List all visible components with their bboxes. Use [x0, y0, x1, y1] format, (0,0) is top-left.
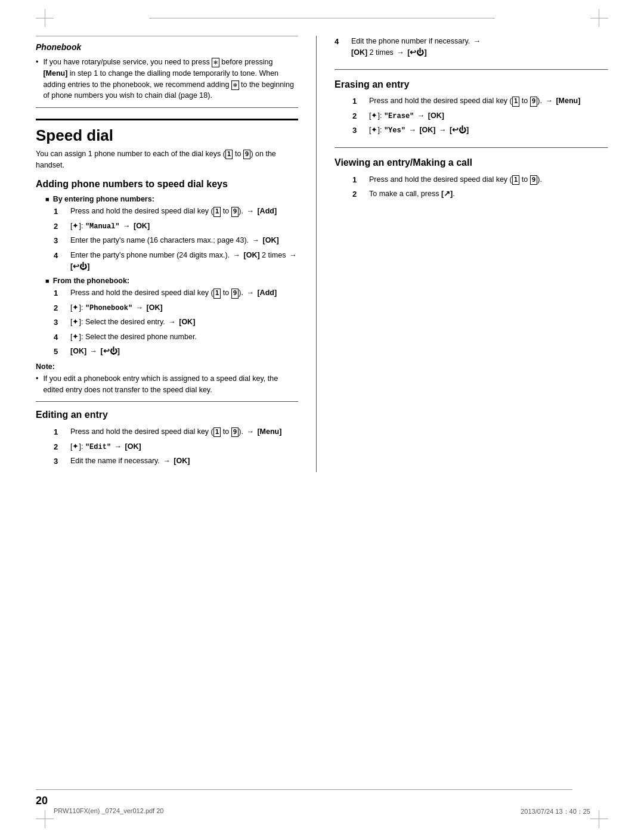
star-key-2: ✻ [231, 80, 239, 90]
star-key: ✻ [212, 58, 219, 67]
step-enter-3: 3 Enter the party's name (16 characters … [36, 235, 298, 247]
key-9b: 9 [231, 289, 239, 298]
step-enter-2: 2 [✦]: "Manual" → [OK] [36, 221, 298, 232]
key-1b: 1 [213, 289, 221, 298]
phonebook-title: Phonebook [36, 42, 298, 52]
erasing-section: Erasing an entry 1 Press and hold the de… [335, 79, 608, 137]
key-1: 1 [225, 150, 233, 159]
footer-divider [36, 789, 572, 790]
corner-line-bl [45, 810, 45, 828]
page-footer: 20 [36, 789, 608, 807]
erasing-heading: Erasing an entry [335, 79, 608, 91]
key-9e: 9 [530, 175, 538, 185]
key-9: 9 [243, 150, 251, 159]
edit-step-3: 3 Edit the name if necessary. → [OK] [36, 455, 298, 467]
from-phonebook-label: From the phonebook: [45, 277, 298, 285]
speed-dial-intro: You can assign 1 phone number to each of… [36, 148, 298, 171]
right-divider-2 [335, 147, 608, 148]
top-center-line [149, 18, 495, 18]
phonebook-bullet-1: If you have rotary/pulse service, you ne… [36, 57, 298, 101]
by-entering-label: By entering phone numbers: [45, 195, 298, 203]
editing-steps: 1 Press and hold the desired speed dial … [36, 426, 298, 467]
key-9d: 9 [530, 97, 538, 106]
right-column: 4 Edit the phone number if necessary. →[… [316, 36, 608, 472]
step-pb-1: 1 Press and hold the desired speed dial … [36, 287, 298, 299]
from-phonebook-steps: 1 Press and hold the desired speed dial … [36, 287, 298, 358]
corner-mark-tr [590, 18, 608, 18]
right-step4-cont: 4 Edit the phone number if necessary. →[… [335, 36, 608, 58]
view-step-1: 1 Press and hold the desired speed dial … [335, 174, 608, 186]
corner-line-br [599, 810, 599, 828]
section-divider-2 [36, 401, 298, 402]
footer-right: 2013/07/24 13：40：25 [521, 807, 590, 816]
footer-row: 20 [36, 795, 572, 807]
by-entering-steps: 1 Press and hold the desired speed dial … [36, 206, 298, 272]
footer-info-bar: PRW110FX(en) _0724_ver012.pdf 20 2013/07… [54, 807, 590, 816]
erase-step-3: 3 [✦]: "Yes" → [OK] → [↩⏻] [335, 125, 608, 137]
phonebook-top-divider [36, 36, 298, 36]
erase-step-2: 2 [✦]: "Erase" → [OK] [335, 110, 608, 122]
key-9a: 9 [231, 207, 239, 216]
corner-line-tl [45, 9, 45, 27]
editing-heading: Editing an entry [36, 409, 298, 421]
key-9c: 9 [231, 427, 239, 437]
erase-step-1: 1 Press and hold the desired speed dial … [335, 95, 608, 107]
main-content: Phonebook If you have rotary/pulse servi… [36, 36, 608, 472]
phonebook-section: Phonebook If you have rotary/pulse servi… [36, 36, 298, 101]
section-divider-1 [36, 107, 298, 108]
step-enter-1: 1 Press and hold the desired speed dial … [36, 206, 298, 218]
left-column: Phonebook If you have rotary/pulse servi… [36, 36, 316, 472]
step-pb-4: 4 [✦]: Select the desired phone number. [36, 331, 298, 343]
phonebook-bullets: If you have rotary/pulse service, you ne… [36, 57, 298, 101]
step-pb-2: 2 [✦]: "Phonebook" → [OK] [36, 302, 298, 314]
note-bullets: If you edit a phonebook entry which is a… [36, 373, 298, 396]
right-step4: 4 Edit the phone number if necessary. →[… [335, 36, 608, 58]
step-enter-4: 4 Enter the party's phone number (24 dig… [36, 250, 298, 272]
key-1c: 1 [213, 427, 221, 437]
viewing-section: Viewing an entry/Making a call 1 Press a… [335, 157, 608, 200]
page: Phonebook If you have rotary/pulse servi… [0, 0, 644, 837]
corner-mark-br [590, 819, 608, 819]
menu-label: [Menu] [43, 69, 67, 78]
corner-line-tr [599, 9, 599, 27]
erasing-steps: 1 Press and hold the desired speed dial … [335, 95, 608, 137]
footer-left: PRW110FX(en) _0724_ver012.pdf 20 [54, 807, 163, 816]
page-number: 20 [36, 795, 48, 807]
key-1a: 1 [213, 207, 221, 216]
viewing-heading: Viewing an entry/Making a call [335, 157, 608, 169]
key-1e: 1 [512, 175, 520, 185]
key-1d: 1 [512, 97, 520, 106]
note-item-1: If you edit a phonebook entry which is a… [36, 373, 298, 396]
step-pb-3: 3 [✦]: Select the desired entry. → [OK] [36, 317, 298, 328]
speed-dial-heading: Speed dial [36, 119, 298, 145]
edit-step-1: 1 Press and hold the desired speed dial … [36, 426, 298, 438]
view-step-2: 2 To make a call, press [↗]. [335, 188, 608, 200]
step-pb-5: 5 [OK] → [↩⏻] [36, 346, 298, 358]
edit-step-2: 2 [✦]: "Edit" → [OK] [36, 441, 298, 453]
note-label: Note: [36, 362, 298, 371]
adding-heading: Adding phone numbers to speed dial keys [36, 178, 298, 191]
viewing-steps: 1 Press and hold the desired speed dial … [335, 174, 608, 200]
right-divider-1 [335, 69, 608, 70]
